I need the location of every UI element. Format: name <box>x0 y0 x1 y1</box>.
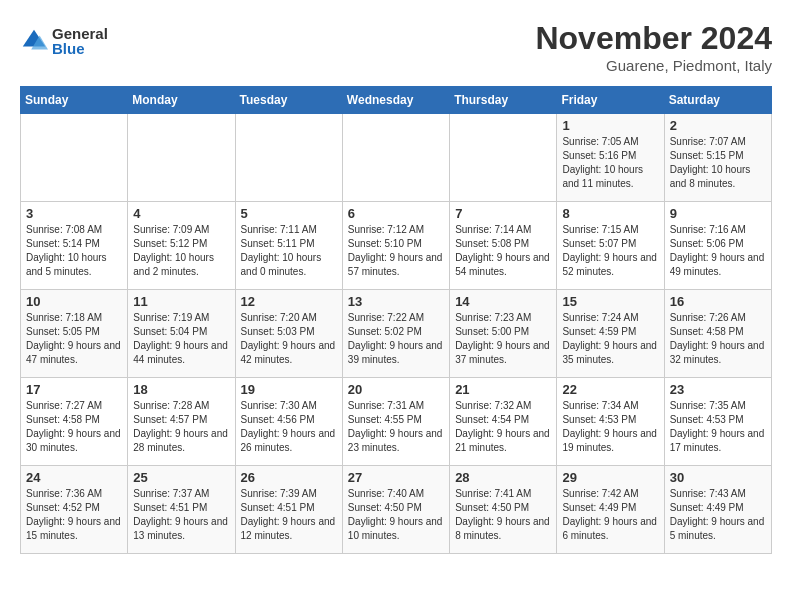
day-number: 8 <box>562 206 658 221</box>
calendar-cell: 11Sunrise: 7:19 AM Sunset: 5:04 PM Dayli… <box>128 290 235 378</box>
logo-blue: Blue <box>52 41 108 56</box>
day-info: Sunrise: 7:32 AM Sunset: 4:54 PM Dayligh… <box>455 399 551 455</box>
page-header: General Blue November 2024 Guarene, Pied… <box>20 20 772 74</box>
day-number: 29 <box>562 470 658 485</box>
day-number: 3 <box>26 206 122 221</box>
day-number: 25 <box>133 470 229 485</box>
logo-icon <box>20 27 48 55</box>
location-subtitle: Guarene, Piedmont, Italy <box>535 57 772 74</box>
calendar-cell: 19Sunrise: 7:30 AM Sunset: 4:56 PM Dayli… <box>235 378 342 466</box>
day-number: 30 <box>670 470 766 485</box>
calendar-week-3: 17Sunrise: 7:27 AM Sunset: 4:58 PM Dayli… <box>21 378 772 466</box>
day-number: 16 <box>670 294 766 309</box>
weekday-header-wednesday: Wednesday <box>342 87 449 114</box>
day-info: Sunrise: 7:14 AM Sunset: 5:08 PM Dayligh… <box>455 223 551 279</box>
calendar-cell: 25Sunrise: 7:37 AM Sunset: 4:51 PM Dayli… <box>128 466 235 554</box>
weekday-header-tuesday: Tuesday <box>235 87 342 114</box>
day-number: 18 <box>133 382 229 397</box>
day-info: Sunrise: 7:23 AM Sunset: 5:00 PM Dayligh… <box>455 311 551 367</box>
day-info: Sunrise: 7:39 AM Sunset: 4:51 PM Dayligh… <box>241 487 337 543</box>
day-info: Sunrise: 7:30 AM Sunset: 4:56 PM Dayligh… <box>241 399 337 455</box>
day-number: 10 <box>26 294 122 309</box>
calendar-cell <box>21 114 128 202</box>
day-info: Sunrise: 7:15 AM Sunset: 5:07 PM Dayligh… <box>562 223 658 279</box>
day-info: Sunrise: 7:27 AM Sunset: 4:58 PM Dayligh… <box>26 399 122 455</box>
calendar-cell <box>342 114 449 202</box>
weekday-header-friday: Friday <box>557 87 664 114</box>
day-number: 14 <box>455 294 551 309</box>
day-number: 21 <box>455 382 551 397</box>
calendar-body: 1Sunrise: 7:05 AM Sunset: 5:16 PM Daylig… <box>21 114 772 554</box>
day-info: Sunrise: 7:31 AM Sunset: 4:55 PM Dayligh… <box>348 399 444 455</box>
calendar-cell: 14Sunrise: 7:23 AM Sunset: 5:00 PM Dayli… <box>450 290 557 378</box>
day-info: Sunrise: 7:24 AM Sunset: 4:59 PM Dayligh… <box>562 311 658 367</box>
calendar-week-4: 24Sunrise: 7:36 AM Sunset: 4:52 PM Dayli… <box>21 466 772 554</box>
day-info: Sunrise: 7:28 AM Sunset: 4:57 PM Dayligh… <box>133 399 229 455</box>
calendar-cell: 30Sunrise: 7:43 AM Sunset: 4:49 PM Dayli… <box>664 466 771 554</box>
calendar-cell: 29Sunrise: 7:42 AM Sunset: 4:49 PM Dayli… <box>557 466 664 554</box>
day-info: Sunrise: 7:05 AM Sunset: 5:16 PM Dayligh… <box>562 135 658 191</box>
day-info: Sunrise: 7:08 AM Sunset: 5:14 PM Dayligh… <box>26 223 122 279</box>
day-number: 13 <box>348 294 444 309</box>
day-number: 1 <box>562 118 658 133</box>
calendar-cell: 2Sunrise: 7:07 AM Sunset: 5:15 PM Daylig… <box>664 114 771 202</box>
day-number: 24 <box>26 470 122 485</box>
day-number: 22 <box>562 382 658 397</box>
weekday-header-saturday: Saturday <box>664 87 771 114</box>
calendar-cell: 26Sunrise: 7:39 AM Sunset: 4:51 PM Dayli… <box>235 466 342 554</box>
calendar-cell: 16Sunrise: 7:26 AM Sunset: 4:58 PM Dayli… <box>664 290 771 378</box>
day-number: 26 <box>241 470 337 485</box>
calendar-week-1: 3Sunrise: 7:08 AM Sunset: 5:14 PM Daylig… <box>21 202 772 290</box>
day-info: Sunrise: 7:40 AM Sunset: 4:50 PM Dayligh… <box>348 487 444 543</box>
calendar-cell: 15Sunrise: 7:24 AM Sunset: 4:59 PM Dayli… <box>557 290 664 378</box>
calendar-cell: 24Sunrise: 7:36 AM Sunset: 4:52 PM Dayli… <box>21 466 128 554</box>
day-number: 15 <box>562 294 658 309</box>
calendar-header: SundayMondayTuesdayWednesdayThursdayFrid… <box>21 87 772 114</box>
weekday-header-row: SundayMondayTuesdayWednesdayThursdayFrid… <box>21 87 772 114</box>
day-info: Sunrise: 7:07 AM Sunset: 5:15 PM Dayligh… <box>670 135 766 191</box>
day-info: Sunrise: 7:19 AM Sunset: 5:04 PM Dayligh… <box>133 311 229 367</box>
calendar-cell: 17Sunrise: 7:27 AM Sunset: 4:58 PM Dayli… <box>21 378 128 466</box>
day-info: Sunrise: 7:35 AM Sunset: 4:53 PM Dayligh… <box>670 399 766 455</box>
calendar-cell: 12Sunrise: 7:20 AM Sunset: 5:03 PM Dayli… <box>235 290 342 378</box>
logo: General Blue <box>20 26 108 56</box>
logo-general: General <box>52 26 108 41</box>
day-info: Sunrise: 7:16 AM Sunset: 5:06 PM Dayligh… <box>670 223 766 279</box>
calendar-cell: 13Sunrise: 7:22 AM Sunset: 5:02 PM Dayli… <box>342 290 449 378</box>
calendar-cell: 18Sunrise: 7:28 AM Sunset: 4:57 PM Dayli… <box>128 378 235 466</box>
calendar-cell: 27Sunrise: 7:40 AM Sunset: 4:50 PM Dayli… <box>342 466 449 554</box>
day-info: Sunrise: 7:34 AM Sunset: 4:53 PM Dayligh… <box>562 399 658 455</box>
calendar-cell: 21Sunrise: 7:32 AM Sunset: 4:54 PM Dayli… <box>450 378 557 466</box>
calendar-cell: 20Sunrise: 7:31 AM Sunset: 4:55 PM Dayli… <box>342 378 449 466</box>
calendar-cell <box>128 114 235 202</box>
calendar-cell: 3Sunrise: 7:08 AM Sunset: 5:14 PM Daylig… <box>21 202 128 290</box>
day-info: Sunrise: 7:36 AM Sunset: 4:52 PM Dayligh… <box>26 487 122 543</box>
day-info: Sunrise: 7:26 AM Sunset: 4:58 PM Dayligh… <box>670 311 766 367</box>
calendar-cell: 1Sunrise: 7:05 AM Sunset: 5:16 PM Daylig… <box>557 114 664 202</box>
calendar-cell: 28Sunrise: 7:41 AM Sunset: 4:50 PM Dayli… <box>450 466 557 554</box>
day-number: 23 <box>670 382 766 397</box>
day-number: 27 <box>348 470 444 485</box>
calendar-cell: 4Sunrise: 7:09 AM Sunset: 5:12 PM Daylig… <box>128 202 235 290</box>
calendar-week-2: 10Sunrise: 7:18 AM Sunset: 5:05 PM Dayli… <box>21 290 772 378</box>
calendar-cell: 9Sunrise: 7:16 AM Sunset: 5:06 PM Daylig… <box>664 202 771 290</box>
calendar-cell: 6Sunrise: 7:12 AM Sunset: 5:10 PM Daylig… <box>342 202 449 290</box>
calendar-cell: 22Sunrise: 7:34 AM Sunset: 4:53 PM Dayli… <box>557 378 664 466</box>
calendar-cell <box>450 114 557 202</box>
logo-text: General Blue <box>52 26 108 56</box>
day-info: Sunrise: 7:20 AM Sunset: 5:03 PM Dayligh… <box>241 311 337 367</box>
day-number: 6 <box>348 206 444 221</box>
day-number: 2 <box>670 118 766 133</box>
weekday-header-sunday: Sunday <box>21 87 128 114</box>
day-info: Sunrise: 7:11 AM Sunset: 5:11 PM Dayligh… <box>241 223 337 279</box>
title-area: November 2024 Guarene, Piedmont, Italy <box>535 20 772 74</box>
calendar-cell: 23Sunrise: 7:35 AM Sunset: 4:53 PM Dayli… <box>664 378 771 466</box>
day-info: Sunrise: 7:22 AM Sunset: 5:02 PM Dayligh… <box>348 311 444 367</box>
day-number: 4 <box>133 206 229 221</box>
weekday-header-monday: Monday <box>128 87 235 114</box>
day-info: Sunrise: 7:18 AM Sunset: 5:05 PM Dayligh… <box>26 311 122 367</box>
calendar-cell: 5Sunrise: 7:11 AM Sunset: 5:11 PM Daylig… <box>235 202 342 290</box>
calendar-cell: 7Sunrise: 7:14 AM Sunset: 5:08 PM Daylig… <box>450 202 557 290</box>
day-info: Sunrise: 7:41 AM Sunset: 4:50 PM Dayligh… <box>455 487 551 543</box>
day-info: Sunrise: 7:12 AM Sunset: 5:10 PM Dayligh… <box>348 223 444 279</box>
